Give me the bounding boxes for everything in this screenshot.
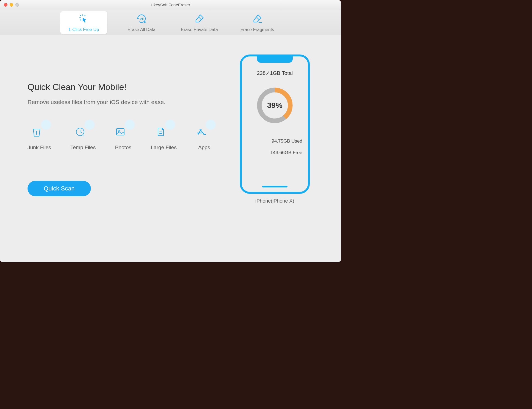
eraser-fragments-icon bbox=[251, 13, 263, 26]
svg-line-3 bbox=[85, 15, 86, 16]
svg-point-6 bbox=[144, 21, 146, 23]
minimize-window-button[interactable] bbox=[10, 3, 13, 7]
category-label: Apps bbox=[198, 144, 210, 151]
tab-erase-fragments[interactable]: Erase Fragments bbox=[234, 11, 281, 34]
storage-total: 238.41GB Total bbox=[257, 70, 293, 76]
cursor-click-icon bbox=[78, 13, 89, 26]
page-subline: Remove useless files from your iOS devic… bbox=[28, 99, 231, 105]
device-panel: 238.41GB Total 39% 94.75GB Used 143.66GB… bbox=[231, 52, 319, 251]
window-title: UkeySoft FoneEraser bbox=[0, 2, 341, 7]
left-panel: Quick Clean Your Mobile! Remove useless … bbox=[28, 52, 231, 251]
maximize-window-button bbox=[15, 3, 19, 7]
category-junk-files[interactable]: Junk Files bbox=[28, 122, 51, 151]
quick-scan-button[interactable]: Quick Scan bbox=[28, 181, 91, 196]
svg-text:All: All bbox=[140, 17, 144, 20]
svg-line-13 bbox=[80, 132, 82, 133]
category-label: Photos bbox=[115, 144, 131, 151]
icon-bubble bbox=[85, 120, 94, 130]
category-label: Junk Files bbox=[28, 144, 51, 151]
icon-bubble bbox=[125, 120, 135, 130]
svg-line-7 bbox=[199, 17, 202, 20]
category-temp-files[interactable]: Temp Files bbox=[70, 122, 96, 151]
tab-label: Erase All Data bbox=[127, 27, 155, 32]
eraser-icon bbox=[194, 13, 205, 26]
storage-donut: 39% bbox=[256, 86, 294, 125]
tab-label: 1-Click Free Up bbox=[68, 27, 99, 32]
category-label: Temp Files bbox=[70, 144, 96, 151]
image-icon bbox=[115, 126, 126, 138]
apps-icon bbox=[196, 126, 207, 138]
top-tabs: 1-Click Free Up All Erase All Data Eras bbox=[0, 10, 341, 35]
main-content: Quick Clean Your Mobile! Remove useless … bbox=[0, 35, 341, 262]
svg-line-2 bbox=[80, 15, 81, 16]
phone-outline: 238.41GB Total 39% 94.75GB Used 143.66GB… bbox=[240, 54, 310, 194]
category-row: Junk Files Te bbox=[28, 122, 231, 151]
tab-erase-private[interactable]: Erase Private Data bbox=[176, 11, 223, 34]
storage-percent: 39% bbox=[256, 86, 294, 125]
tab-label: Erase Private Data bbox=[181, 27, 218, 32]
device-name: iPhone(iPhone X) bbox=[255, 198, 294, 204]
icon-bubble bbox=[165, 120, 175, 130]
phone-notch bbox=[257, 56, 293, 63]
svg-line-8 bbox=[256, 17, 259, 20]
icon-bubble bbox=[206, 120, 216, 130]
icon-bubble bbox=[41, 120, 51, 130]
category-large-files[interactable]: Large Files bbox=[151, 122, 177, 151]
app-window: UkeySoft FoneEraser 1-Click Free Up bbox=[0, 0, 341, 262]
clock-icon bbox=[75, 126, 86, 138]
window-controls bbox=[0, 3, 19, 7]
trash-icon bbox=[31, 126, 42, 138]
svg-line-4 bbox=[80, 19, 81, 20]
category-photos[interactable]: Photos bbox=[115, 122, 131, 151]
storage-free: 143.66GB Free bbox=[242, 150, 308, 156]
file-icon bbox=[155, 126, 166, 138]
svg-line-19 bbox=[200, 129, 205, 135]
page-headline: Quick Clean Your Mobile! bbox=[28, 82, 231, 92]
close-window-button[interactable] bbox=[4, 3, 7, 7]
phone-home-indicator bbox=[262, 186, 287, 187]
category-label: Large Files bbox=[151, 144, 177, 151]
tab-free-up[interactable]: 1-Click Free Up bbox=[60, 11, 107, 34]
svg-rect-14 bbox=[116, 129, 124, 135]
tab-label: Erase Fragments bbox=[240, 27, 274, 32]
svg-point-15 bbox=[118, 130, 120, 132]
erase-all-icon: All bbox=[136, 13, 147, 26]
category-apps[interactable]: Apps bbox=[196, 122, 212, 151]
titlebar: UkeySoft FoneEraser bbox=[0, 0, 341, 10]
storage-used: 94.75GB Used bbox=[242, 138, 308, 144]
tab-erase-all[interactable]: All Erase All Data bbox=[118, 11, 165, 34]
